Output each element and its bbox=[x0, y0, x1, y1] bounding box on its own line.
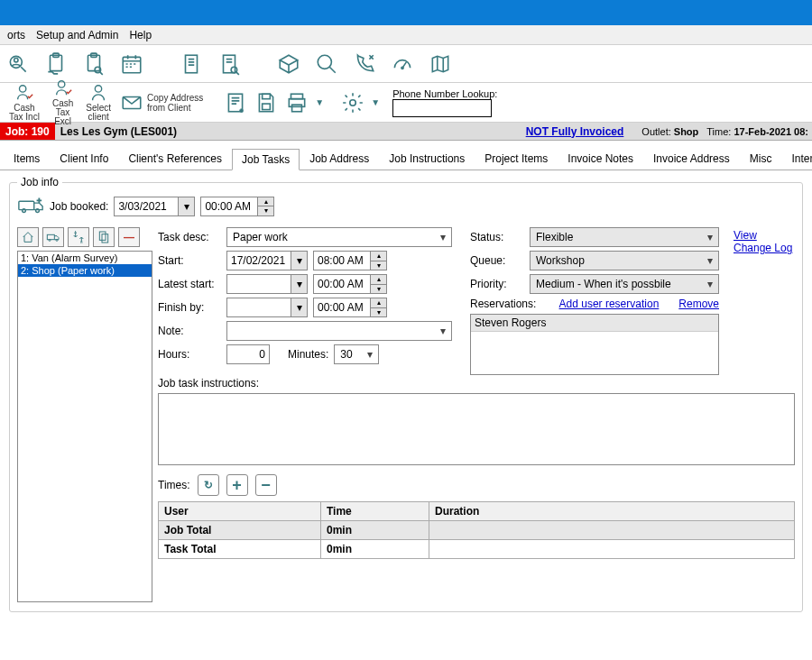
note-label: Note: bbox=[158, 325, 221, 337]
task-item-1[interactable]: 1: Van (Alarm Survey) bbox=[18, 252, 152, 264]
settings-dropdown-icon[interactable]: ▼ bbox=[371, 97, 380, 107]
times-row-task-total: Task Total 0min bbox=[159, 540, 795, 559]
chevron-down-icon[interactable]: ▾ bbox=[178, 197, 194, 215]
svg-point-1 bbox=[14, 58, 18, 61]
view-change-log-link[interactable]: View Change Log bbox=[734, 229, 792, 254]
refresh-icon[interactable]: ↻ bbox=[198, 474, 219, 496]
swap-icon[interactable]: AB bbox=[68, 227, 89, 247]
task-desc-dropdown[interactable]: Paper work▾ bbox=[226, 227, 452, 247]
print-dropdown-icon[interactable]: ▼ bbox=[315, 97, 324, 107]
latest-start-label: Latest start: bbox=[158, 278, 221, 290]
print-icon[interactable] bbox=[284, 90, 309, 115]
svg-point-28 bbox=[49, 239, 51, 241]
menu-setup[interactable]: Setup and Admin bbox=[31, 27, 124, 43]
times-col-duration: Duration bbox=[429, 502, 795, 521]
job-booked-time[interactable]: ▴▾ bbox=[200, 197, 274, 216]
cash-tax-incl-button[interactable]: CashTax Incl bbox=[5, 83, 43, 122]
cash-tax-excl-button[interactable]: CashTaxExcl bbox=[49, 78, 77, 126]
svg-rect-19 bbox=[263, 104, 271, 110]
minutes-dropdown[interactable]: 30▾ bbox=[334, 344, 379, 364]
svg-point-13 bbox=[19, 86, 25, 92]
finish-by-label: Finish by: bbox=[158, 301, 221, 314]
tab-invoice-notes[interactable]: Invoice Notes bbox=[558, 148, 643, 170]
job-info-group: Job info Job booked: ▾ ▴▾ AB bbox=[9, 176, 803, 612]
window-titlebar bbox=[0, 0, 812, 25]
tab-client-references[interactable]: Client's References bbox=[118, 148, 232, 170]
tab-misc[interactable]: Misc bbox=[740, 148, 782, 170]
add-reservation-link[interactable]: Add user reservation bbox=[559, 298, 660, 310]
menubar: orts Setup and Admin Help bbox=[0, 25, 812, 45]
secondary-toolbar: CashTax Incl CashTaxExcl Selectclient Co… bbox=[0, 83, 812, 123]
minutes-label: Minutes: bbox=[288, 348, 328, 361]
hours-label: Hours: bbox=[158, 348, 221, 361]
save-icon[interactable] bbox=[254, 90, 279, 115]
client-name: Les Les Gym (LES001) bbox=[55, 125, 526, 138]
tab-client-info[interactable]: Client Info bbox=[50, 148, 118, 170]
task-list[interactable]: 1: Van (Alarm Survey) 2: Shop (Paper wor… bbox=[17, 251, 152, 602]
main-toolbar bbox=[0, 45, 812, 83]
phone-icon[interactable] bbox=[352, 51, 377, 77]
reservation-user[interactable]: Steven Rogers bbox=[471, 315, 718, 332]
calendar-icon[interactable] bbox=[119, 51, 144, 77]
magnify-icon[interactable] bbox=[314, 51, 339, 77]
search-person-icon[interactable] bbox=[5, 51, 31, 77]
remove-time-icon[interactable]: − bbox=[255, 474, 277, 496]
status-dropdown[interactable]: Flexible▾ bbox=[530, 227, 719, 247]
menu-reports[interactable]: orts bbox=[2, 27, 31, 43]
priority-dropdown[interactable]: Medium - When it's possbile▾ bbox=[530, 274, 719, 294]
gauge-icon[interactable] bbox=[390, 51, 415, 77]
hours-input[interactable] bbox=[226, 344, 270, 364]
receipt-icon[interactable] bbox=[179, 51, 204, 77]
finish-by-date[interactable]: ▾ bbox=[226, 298, 308, 317]
svg-rect-24 bbox=[19, 201, 34, 209]
copy-icon[interactable] bbox=[93, 227, 115, 247]
van-add-icon[interactable] bbox=[17, 194, 44, 218]
home-icon[interactable] bbox=[17, 227, 39, 247]
latest-start-date[interactable]: ▾ bbox=[226, 274, 308, 294]
menu-help[interactable]: Help bbox=[124, 27, 157, 43]
svg-rect-33 bbox=[102, 234, 108, 243]
instructions-textarea[interactable] bbox=[158, 393, 795, 465]
tab-job-address[interactable]: Job Address bbox=[300, 148, 379, 170]
svg-rect-18 bbox=[263, 94, 271, 98]
tab-job-instructions[interactable]: Job Instructions bbox=[379, 148, 475, 170]
tab-internal-notes[interactable]: Internal Notes bbox=[781, 148, 812, 170]
phone-lookup-input[interactable] bbox=[392, 99, 492, 117]
tab-job-tasks[interactable]: Job Tasks bbox=[232, 149, 300, 170]
start-time[interactable]: ▴▾ bbox=[313, 251, 387, 270]
new-doc-icon[interactable] bbox=[223, 90, 248, 115]
start-date[interactable]: ▾ bbox=[226, 251, 308, 270]
latest-start-time[interactable]: ▴▾ bbox=[313, 274, 387, 294]
remove-reservation-link[interactable]: Remove bbox=[678, 298, 719, 310]
clipboard-search-icon[interactable] bbox=[81, 51, 106, 77]
tab-project-items[interactable]: Project Items bbox=[475, 148, 558, 170]
svg-point-26 bbox=[36, 209, 40, 213]
job-booked-date[interactable]: ▾ bbox=[114, 197, 195, 216]
settings-gear-icon[interactable] bbox=[340, 90, 365, 115]
task-item-2[interactable]: 2: Shop (Paper work) bbox=[18, 264, 152, 277]
reservations-label: Reservations: bbox=[470, 298, 554, 310]
tab-invoice-address[interactable]: Invoice Address bbox=[643, 148, 740, 170]
select-client-button[interactable]: Selectclient bbox=[82, 83, 115, 122]
clipboard-truck-icon[interactable] bbox=[43, 51, 69, 77]
invoice-status-link[interactable]: NOT Fully Invoiced bbox=[526, 125, 642, 138]
van-icon[interactable] bbox=[42, 227, 64, 247]
map-icon[interactable] bbox=[428, 51, 453, 77]
note-dropdown[interactable]: ▾ bbox=[226, 321, 452, 341]
times-row-job-total: Job Total 0min bbox=[159, 521, 795, 540]
finish-by-time[interactable]: ▴▾ bbox=[313, 298, 387, 317]
copy-address-button[interactable]: Copy Addressfrom Client bbox=[120, 91, 203, 115]
phone-lookup-label: Phone Number Lookup: bbox=[392, 88, 497, 99]
queue-dropdown[interactable]: Workshop▾ bbox=[530, 251, 719, 270]
receipt-search-icon[interactable] bbox=[217, 51, 242, 77]
outlet-value: Shop bbox=[674, 126, 699, 137]
times-table: User Time Duration Job Total 0min Task T… bbox=[158, 501, 795, 559]
time-value: 17-Feb-2021 08: bbox=[734, 126, 808, 137]
remove-icon[interactable]: — bbox=[118, 227, 140, 247]
reservations-list[interactable]: Steven Rogers bbox=[470, 314, 719, 375]
svg-point-29 bbox=[56, 239, 58, 241]
svg-point-14 bbox=[58, 81, 64, 87]
tab-items[interactable]: Items bbox=[4, 148, 50, 170]
add-time-icon[interactable]: + bbox=[226, 474, 248, 496]
box-icon[interactable] bbox=[276, 51, 301, 77]
